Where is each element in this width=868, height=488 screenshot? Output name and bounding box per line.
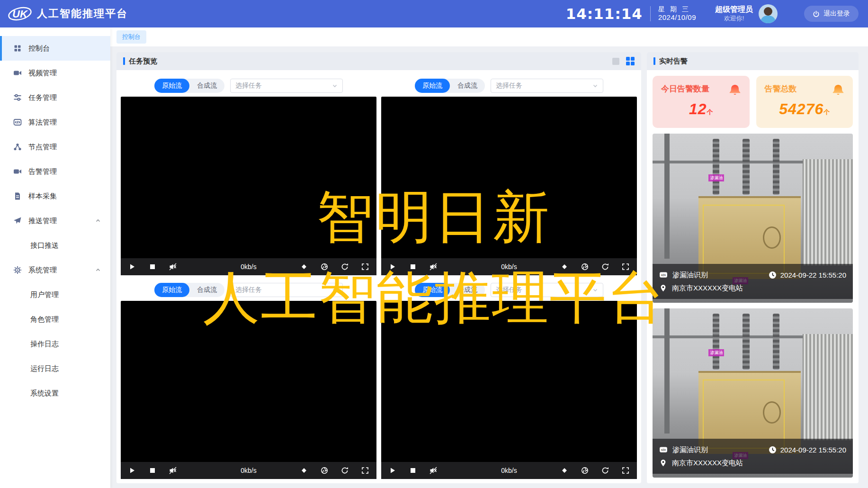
video-player[interactable]: 0kb/s — [381, 301, 637, 479]
sidebar-item-alarms[interactable]: 告警管理 — [0, 159, 110, 184]
refresh-icon[interactable] — [601, 467, 609, 474]
stop-icon[interactable] — [409, 467, 417, 474]
gear-icon — [13, 266, 22, 274]
today-alerts-label: 今日告警数量 — [661, 83, 709, 94]
single-view-toggle-icon[interactable] — [612, 58, 619, 65]
sidebar-item-roles[interactable]: 角色管理 — [0, 307, 110, 332]
header-divider — [650, 6, 651, 21]
total-alerts-card: 告警总数 54276个 — [756, 76, 853, 128]
tab-composite-stream[interactable]: 合成流 — [450, 79, 485, 93]
fullscreen-icon[interactable] — [622, 467, 629, 474]
sidebar-item-settings[interactable]: 系统设置 — [0, 381, 110, 406]
today-alerts-value: 12个 — [661, 100, 741, 118]
alert-algorithm: 渗漏油识别 — [672, 271, 708, 280]
snapshot-icon[interactable] — [300, 263, 308, 271]
refresh-icon[interactable] — [601, 263, 609, 271]
stop-icon[interactable] — [149, 467, 156, 474]
sidebar-item-users[interactable]: 用户管理 — [0, 282, 110, 307]
sidebar-item-run-logs[interactable]: 运行日志 — [0, 356, 110, 381]
sidebar-item-label: 任务管理 — [28, 93, 57, 102]
stream-tabs: 原始流 合成流 — [415, 283, 485, 297]
sidebar-item-samples[interactable]: 样本采集 — [0, 184, 110, 208]
play-icon[interactable] — [128, 263, 136, 271]
sidebar-item-label: 运行日志 — [30, 364, 59, 373]
tab-raw-stream[interactable]: 原始流 — [154, 283, 189, 297]
mute-icon[interactable] — [169, 263, 177, 271]
player-cell-4: 原始流 合成流 选择任务 0kb/s — [381, 283, 637, 479]
snapshot-icon[interactable] — [300, 467, 308, 474]
clock-icon — [769, 271, 777, 279]
player-cell-2: 原始流 合成流 选择任务 0kb/s — [381, 79, 637, 275]
shutter-icon[interactable] — [581, 467, 589, 474]
task-select[interactable]: 选择任务 — [491, 283, 603, 297]
sidebar-item-system[interactable]: 系统管理 — [0, 258, 110, 282]
video-player[interactable]: 0kb/s — [121, 301, 376, 479]
chevron-up-icon — [95, 218, 101, 224]
chevron-down-icon — [592, 83, 598, 89]
task-preview-panel: 任务预览 原始流 合成流 — [116, 52, 641, 483]
mute-icon[interactable] — [430, 263, 437, 271]
sidebar-item-label: 系统管理 — [28, 266, 57, 275]
stream-tabs: 原始流 合成流 — [154, 283, 224, 297]
tab-raw-stream[interactable]: 原始流 — [415, 79, 450, 93]
video-camera-icon — [13, 69, 22, 77]
grid-view-toggle-icon[interactable] — [626, 57, 635, 65]
sidebar-item-algorithm[interactable]: 算法管理 — [0, 110, 110, 135]
alert-info-overlay: </> 渗漏油识别 2024-09-22 15:55:20 南京市XXXXXX变… — [653, 264, 853, 299]
play-icon[interactable] — [128, 467, 136, 474]
shutter-icon[interactable] — [321, 467, 328, 474]
sidebar-item-op-logs[interactable]: 操作日志 — [0, 332, 110, 356]
tab-raw-stream[interactable]: 原始流 — [154, 79, 189, 93]
video-player[interactable]: 0kb/s — [121, 97, 376, 275]
mute-icon[interactable] — [430, 467, 437, 474]
snapshot-icon[interactable] — [561, 263, 568, 271]
fullscreen-icon[interactable] — [361, 467, 369, 474]
play-icon[interactable] — [389, 467, 396, 474]
stop-icon[interactable] — [149, 263, 156, 271]
task-select[interactable]: 选择任务 — [230, 79, 343, 93]
stream-tabs: 原始流 合成流 — [415, 79, 485, 93]
refresh-icon[interactable] — [341, 263, 349, 271]
fullscreen-icon[interactable] — [622, 263, 629, 271]
shutter-icon[interactable] — [321, 263, 328, 271]
fullscreen-icon[interactable] — [361, 263, 369, 271]
sidebar-item-label: 告警管理 — [28, 167, 57, 176]
user-avatar[interactable] — [759, 4, 778, 23]
snapshot-icon[interactable] — [561, 467, 568, 474]
welcome-text: 欢迎你! — [715, 15, 753, 23]
mute-icon[interactable] — [169, 467, 177, 474]
video-player[interactable]: 0kb/s — [381, 97, 637, 275]
sidebar-item-label: 推送管理 — [28, 217, 57, 226]
shutter-icon[interactable] — [581, 263, 589, 271]
task-preview-title: 任务预览 — [123, 57, 157, 66]
tab-composite-stream[interactable]: 合成流 — [189, 79, 224, 93]
svg-text:UK: UK — [12, 8, 28, 20]
avatar-shoulders — [761, 16, 776, 23]
play-icon[interactable] — [389, 263, 396, 271]
stop-icon[interactable] — [409, 263, 417, 271]
app-logo: UK — [8, 5, 32, 23]
nodes-icon — [13, 143, 22, 151]
refresh-icon[interactable] — [341, 467, 349, 474]
sidebar-item-api-push[interactable]: 接口推送 — [0, 233, 110, 258]
task-select[interactable]: 选择任务 — [491, 79, 603, 93]
sidebar-item-tasks[interactable]: 任务管理 — [0, 85, 110, 110]
document-icon — [13, 192, 22, 200]
logout-label: 退出登录 — [823, 9, 850, 18]
tab-composite-stream[interactable]: 合成流 — [450, 283, 485, 297]
stream-tabs: 原始流 合成流 — [154, 79, 224, 93]
tab-composite-stream[interactable]: 合成流 — [189, 283, 224, 297]
alert-item[interactable]: 渗漏油 渗漏油 </> 渗漏油识别 2024-09-22 15:55:20 — [653, 308, 853, 478]
sidebar-item-nodes[interactable]: 节点管理 — [0, 135, 110, 159]
sidebar-item-label: 节点管理 — [28, 143, 57, 152]
breadcrumb-tab-console[interactable]: 控制台 — [116, 30, 146, 44]
sidebar-item-video[interactable]: 视频管理 — [0, 61, 110, 85]
alert-item[interactable]: 渗漏油 渗漏油 </> 渗漏油识别 2024-09-22 15:55:20 — [653, 134, 853, 303]
alert-station: 南京市XXXXXX变电站 — [672, 284, 743, 293]
sidebar-item-push[interactable]: 推送管理 — [0, 208, 110, 233]
sidebar-item-console[interactable]: 控制台 — [0, 36, 110, 61]
tab-raw-stream[interactable]: 原始流 — [415, 283, 450, 297]
logout-button[interactable]: 退出登录 — [804, 6, 859, 22]
detection-label: 渗漏油 — [708, 174, 724, 181]
task-select[interactable]: 选择任务 — [230, 283, 343, 297]
